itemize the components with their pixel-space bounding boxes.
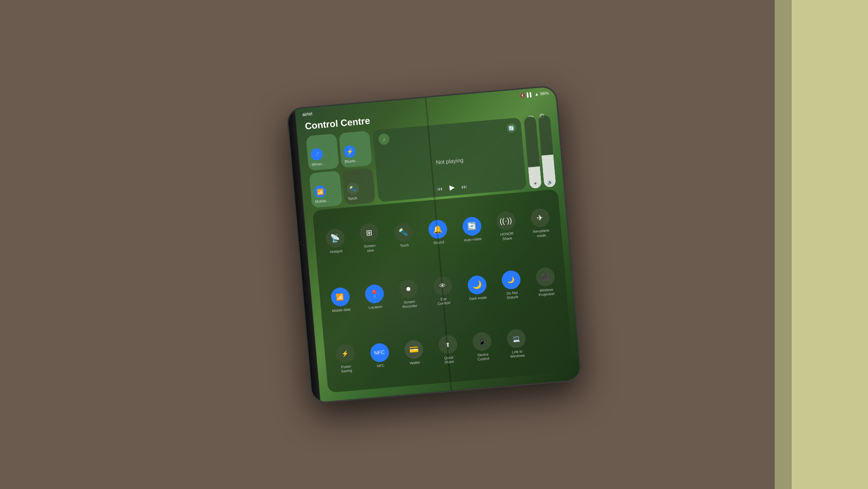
- bg-stripe-right: [792, 0, 868, 489]
- screen-recorder-label: ScreenRecorder: [402, 299, 417, 309]
- hotspot-label: Hotspot: [330, 248, 342, 254]
- brightness-icon: ☀: [533, 181, 537, 186]
- media-prev-button[interactable]: ⏮: [437, 185, 443, 192]
- tile-screenshot[interactable]: ⊞ Screen-shot: [351, 208, 387, 267]
- toggle-bluetooth[interactable]: ⚡ Blueto...: [339, 131, 372, 168]
- aeroplane-icon: ✈: [530, 208, 550, 228]
- wifi-status-icon: ▲: [534, 92, 539, 97]
- mobile-tile-icon: 📶: [314, 185, 326, 198]
- media-play-button[interactable]: ▶: [449, 183, 455, 192]
- tile-honor-share[interactable]: ((·)) HONORShare: [488, 197, 524, 256]
- power-saving-label: PowerSaving: [340, 364, 352, 374]
- carrier-label: airtel: [302, 111, 313, 117]
- device-control-icon: 📱: [472, 331, 492, 352]
- wifi-tile-label: Minas...: [312, 161, 325, 167]
- bg-stripe-accent: [775, 0, 792, 489]
- tile-empty: [532, 311, 569, 370]
- empty-tile: [541, 331, 561, 351]
- tile-wallet[interactable]: 💳 Wallet: [395, 323, 432, 382]
- tile-power-saving[interactable]: ⚡ PowerSaving: [327, 329, 364, 388]
- music-note-icon: ♪: [378, 133, 390, 145]
- mobile-tile-label: Mobile...: [315, 198, 330, 204]
- phone-device: airtel 🔇 ▌▌ ▲ 86% Control Centre ✏ ⚙: [286, 85, 582, 404]
- tile-auto-rotate[interactable]: 🔄 Auto-rotate: [454, 200, 490, 258]
- do-not-disturb-icon: 🌙: [501, 270, 521, 290]
- status-icons: 🔇 ▌▌ ▲ 86%: [520, 91, 549, 98]
- wallet-label: Wallet: [410, 360, 420, 365]
- power-saving-icon: ⚡: [335, 344, 355, 364]
- quick-toggles-grid: Minas... ⚡ Blueto... 📶 Mobile...: [306, 131, 376, 208]
- screenshot-label: Screen-shot: [364, 243, 377, 253]
- honor-share-label: HONORShare: [500, 231, 514, 241]
- link-windows-icon: 💻: [506, 328, 526, 349]
- screen-recorder-icon: ⏺: [398, 279, 419, 299]
- auto-rotate-label: Auto-rotate: [464, 236, 482, 242]
- aeroplane-label: Aeroplanemode: [533, 228, 550, 239]
- dark-mode-label: Dark mode: [469, 295, 487, 301]
- toggle-torch[interactable]: 🔦 Torch: [342, 168, 376, 205]
- camera-dot: [300, 241, 304, 245]
- device-control-label: DeviceControl: [477, 352, 490, 362]
- toggle-mobile[interactable]: 📶 Mobile...: [309, 171, 342, 208]
- tile-nfc[interactable]: NFC NFC: [362, 326, 398, 385]
- media-next-button[interactable]: ⏭: [461, 183, 467, 190]
- dark-mode-icon: 🌙: [467, 275, 487, 295]
- torch-tile-label: Torch: [348, 196, 357, 202]
- mobile-data-label: Mobile data: [332, 307, 351, 313]
- bluetooth-tile-icon: ⚡: [343, 145, 356, 158]
- tile-torch[interactable]: 🔦 Torch: [385, 206, 422, 264]
- tile-screen-recorder[interactable]: ⏺ ScreenRecorder: [390, 264, 427, 323]
- do-not-disturb-label: Do NotDisturb: [506, 290, 518, 300]
- location-label: Location: [368, 304, 382, 310]
- battery-label: 86%: [540, 91, 549, 96]
- tile-dark-mode[interactable]: 🌙 Dark mode: [459, 258, 495, 317]
- link-windows-label: Link toWindows: [510, 349, 525, 359]
- location-icon: 📍: [364, 284, 384, 304]
- wireless-projection-label: WirelessProjection: [538, 287, 555, 297]
- volume-icon: 🔊: [547, 180, 553, 185]
- honor-share-icon: ((·)): [495, 211, 516, 231]
- auto-rotate-icon: 🔄: [462, 216, 482, 236]
- hotspot-icon: 📡: [325, 228, 345, 248]
- nfc-label: NFC: [377, 364, 384, 369]
- tile-link-windows[interactable]: 💻 Link toWindows: [498, 314, 534, 373]
- media-player-tile[interactable]: ♪ 🔄 Not playing ⏮ ▶ ⏭: [373, 117, 526, 202]
- tile-location[interactable]: 📍 Location: [356, 267, 393, 326]
- tile-device-control[interactable]: 📱 DeviceControl: [464, 317, 501, 376]
- tile-hotspot[interactable]: 📡 Hotspot: [317, 211, 353, 270]
- toggle-wifi[interactable]: Minas...: [306, 133, 339, 171]
- silent-icon: 🔇: [520, 92, 526, 97]
- tile-mobile-data[interactable]: 📶 Mobile data: [322, 270, 359, 329]
- nfc-icon: NFC: [369, 343, 389, 363]
- phone-screen: airtel 🔇 ▌▌ ▲ 86% Control Centre ✏ ⚙: [295, 86, 581, 402]
- media-auto-icon: 🔄: [506, 123, 517, 133]
- torch-grid-icon: 🔦: [393, 222, 414, 242]
- sliders-area: ☀ 🔊: [524, 115, 558, 189]
- wifi-tile-icon: [310, 148, 323, 161]
- torch-grid-label: Torch: [400, 243, 409, 248]
- tile-aeroplane[interactable]: ✈ Aeroplanemode: [522, 194, 559, 253]
- tile-do-not-disturb[interactable]: 🌙 Do NotDisturb: [493, 256, 529, 314]
- signal-icon: ▌▌: [526, 92, 533, 97]
- tile-wireless-projection[interactable]: ⬛ WirelessProjection: [527, 253, 564, 311]
- screenshot-icon: ⊞: [359, 223, 379, 243]
- torch-tile-icon: 🔦: [347, 182, 359, 195]
- mobile-data-icon: 📶: [330, 287, 351, 307]
- wireless-projection-icon: ⬛: [535, 267, 555, 287]
- wallet-icon: 💳: [403, 340, 424, 360]
- bluetooth-tile-label: Blueto...: [345, 158, 359, 164]
